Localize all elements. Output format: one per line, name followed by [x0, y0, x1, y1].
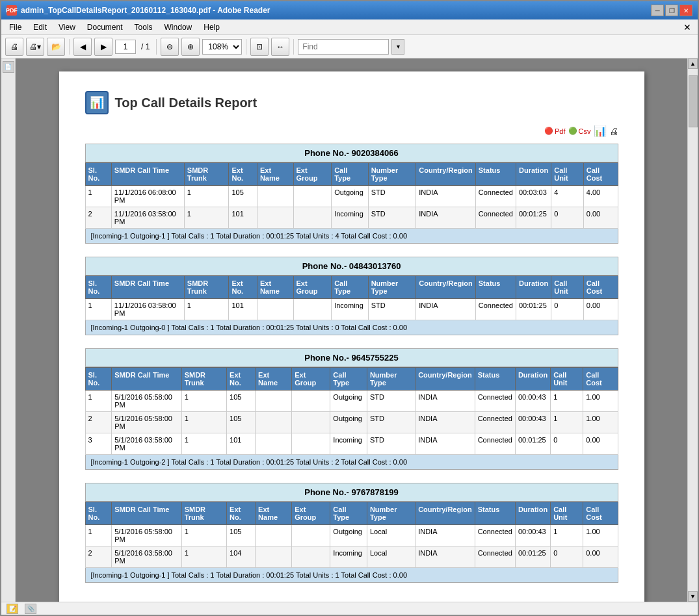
col-header-6: Call Type [330, 502, 367, 525]
open-button[interactable]: 📂 [47, 38, 65, 56]
menu-help[interactable]: Help [198, 21, 225, 33]
cell-unit: 0 [551, 546, 583, 568]
col-header-8: Country/Region [415, 502, 475, 525]
print-toolbar-button[interactable]: 🖨 [5, 38, 23, 56]
cell-calltype: Outgoing [330, 525, 367, 546]
col-header-10: Duration [515, 502, 550, 525]
report-logo-icon: 📊 [85, 91, 109, 114]
cell-ext: 101 [229, 207, 257, 229]
cell-duration: 00:01:25 [516, 207, 551, 229]
summary-bar-1: [Incoming-1 Outgoing-0 ] Total Calls : 1… [85, 320, 618, 335]
cell-cost: 0.00 [583, 207, 618, 229]
pdf-app-icon: PDF [7, 5, 17, 16]
menu-window[interactable]: Window [159, 21, 198, 33]
col-header-5: Ext Group [292, 368, 330, 391]
close-button[interactable]: ✕ [679, 5, 692, 16]
sidebar-pages-icon[interactable]: 📄 [3, 61, 14, 73]
export-csv-button[interactable]: 🟢 Csv [568, 127, 591, 135]
menu-close-x[interactable]: ✕ [679, 22, 695, 32]
toolbar-separator-1 [69, 39, 70, 55]
cell-unit: 4 [551, 186, 584, 207]
phone-header-1: Phone No.- 04843013760 [85, 257, 618, 276]
cell-group [292, 412, 330, 433]
menu-file[interactable]: File [4, 21, 27, 33]
export-row: 🔴 Pdf 🟢 Csv 📊 🖨 [85, 125, 618, 137]
cell-group [292, 433, 330, 455]
cell-duration: 00:00:43 [515, 412, 550, 433]
prev-page-button[interactable]: ◀ [73, 38, 92, 56]
report-title: Top Call Details Report [115, 96, 257, 110]
phone-section-0: Phone No.- 9020384066Sl. No.SMDR Call Ti… [85, 144, 618, 244]
minimize-button[interactable]: ─ [651, 5, 664, 16]
zoom-in-button[interactable]: ⊕ [181, 38, 200, 56]
pdf-page: 📊 Top Call Details Report 🔴 Pdf 🟢 Csv [59, 71, 644, 602]
table-row: 3 5/1/2016 03:58:00 PM 1 101 Incoming ST… [85, 433, 618, 455]
cell-trunk: 1 [181, 525, 226, 546]
col-header-7: Number Type [367, 368, 415, 391]
cell-time: 11/1/2016 03:58:00 PM [111, 299, 184, 320]
menu-document[interactable]: Document [82, 21, 128, 33]
table-row: 1 5/1/2016 05:58:00 PM 1 105 Outgoing Lo… [85, 525, 618, 546]
scroll-track[interactable] [688, 69, 698, 591]
cell-cost: 0.00 [583, 433, 618, 455]
col-header-6: Call Type [330, 368, 367, 391]
title-bar-left: PDF admin_TopCallDetailsReport_20160112_… [7, 5, 270, 16]
cell-country: INDIA [415, 433, 475, 455]
col-header-7: Number Type [368, 163, 416, 186]
cell-unit: 1 [551, 412, 583, 433]
chart-button[interactable]: 📊 [594, 125, 607, 137]
col-header-5: Ext Group [292, 502, 330, 525]
cell-calltype: Incoming [330, 546, 367, 568]
zoom-out-button[interactable]: ⊖ [161, 38, 179, 56]
scroll-area: 📊 Top Call Details Report 🔴 Pdf 🟢 Csv [16, 58, 698, 602]
print-button[interactable]: 🖨 [609, 126, 618, 136]
cell-cost: 1.00 [583, 412, 618, 433]
zoom-select[interactable]: 108% 100% 75% 125% [202, 39, 242, 55]
cell-country: INDIA [415, 412, 475, 433]
restore-button[interactable]: ❐ [665, 5, 678, 16]
cell-status: Connected [475, 546, 515, 568]
next-page-button[interactable]: ▶ [94, 38, 112, 56]
scroll-thumb[interactable] [689, 75, 698, 127]
cell-name [256, 433, 292, 455]
summary-bar-3: [Incoming-1 Outgoing-1 ] Total Calls : 1… [85, 568, 618, 583]
scroll-up-arrow[interactable]: ▲ [688, 58, 698, 69]
cell-calltype: Incoming [332, 299, 368, 320]
cell-numtype: STD [367, 391, 415, 412]
vertical-scrollbar[interactable]: ▲ ▼ [687, 58, 698, 602]
pdf-viewport[interactable]: 📊 Top Call Details Report 🔴 Pdf 🟢 Csv [16, 58, 687, 602]
cell-time: 5/1/2016 05:58:00 PM [112, 525, 181, 546]
find-input[interactable] [298, 39, 389, 55]
phone-header-3: Phone No.- 9767878199 [85, 483, 618, 502]
cell-time: 5/1/2016 03:58:00 PM [112, 433, 181, 455]
cell-ext: 105 [227, 525, 256, 546]
col-header-9: Status [475, 368, 515, 391]
menu-edit[interactable]: Edit [28, 21, 52, 33]
cell-ext: 105 [227, 391, 256, 412]
cell-duration: 00:03:03 [516, 186, 551, 207]
col-header-11: Call Unit [551, 163, 584, 186]
fit-page-button[interactable]: ⊡ [250, 38, 269, 56]
page-number-input[interactable] [115, 40, 136, 54]
print-options-button[interactable]: 🖨▾ [26, 38, 44, 56]
scroll-down-arrow[interactable]: ▼ [688, 591, 698, 602]
cell-country: INDIA [415, 525, 475, 546]
find-dropdown-button[interactable]: ▾ [391, 39, 404, 55]
cell-name [256, 391, 292, 412]
menu-view[interactable]: View [53, 21, 81, 33]
col-header-5: Ext Group [293, 276, 332, 299]
sticky-note-button[interactable]: 📝 [7, 604, 18, 614]
attachment-button[interactable]: 📎 [25, 604, 36, 614]
fit-width-button[interactable]: ↔ [271, 38, 289, 56]
table-row: 1 11/1/2016 06:08:00 PM 1 105 Outgoing S… [85, 186, 618, 207]
col-header-4: Ext Name [257, 163, 293, 186]
menu-tools[interactable]: Tools [129, 21, 158, 33]
cell-unit: 0 [551, 207, 584, 229]
cell-status: Connected [475, 433, 515, 455]
sidebar-icons: 📄 [1, 58, 16, 602]
col-header-9: Status [475, 502, 515, 525]
cell-duration: 00:01:25 [515, 433, 550, 455]
cell-calltype: Outgoing [330, 412, 367, 433]
export-pdf-button[interactable]: 🔴 Pdf [544, 127, 566, 135]
summary-bar-2: [Incoming-1 Outgoing-2 ] Total Calls : 1… [85, 455, 618, 470]
